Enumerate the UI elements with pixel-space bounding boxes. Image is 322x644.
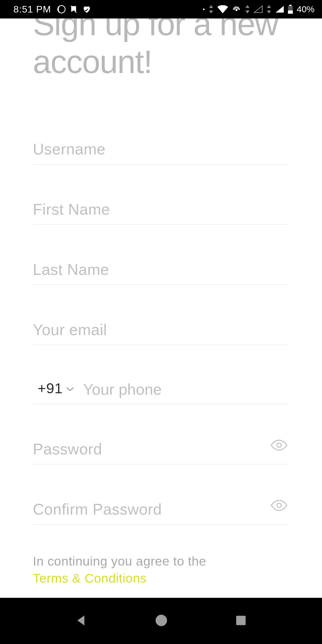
firstname-field-group <box>33 197 289 225</box>
status-bar: 8:51 PM • 40% <box>0 0 322 18</box>
phone-input[interactable] <box>83 378 289 398</box>
terms-text: In continuing you agree to the <box>33 554 289 569</box>
eye-icon[interactable] <box>270 500 288 511</box>
firstname-input[interactable] <box>33 197 289 225</box>
battery-icon <box>288 5 293 14</box>
svg-point-6 <box>277 503 281 507</box>
lastname-field-group <box>33 258 289 285</box>
eye-icon[interactable] <box>270 439 288 451</box>
updown2-icon <box>245 5 250 13</box>
svg-point-5 <box>277 443 281 447</box>
svg-rect-2 <box>289 5 292 6</box>
hotspot-icon <box>232 5 241 13</box>
country-code-selector[interactable]: +91 <box>38 380 63 397</box>
heart-icon <box>81 4 92 14</box>
nav-recent-button[interactable] <box>235 615 247 627</box>
terms-link[interactable]: Terms & Conditions <box>33 571 289 586</box>
lastname-input[interactable] <box>33 258 289 285</box>
password-field-group <box>33 437 289 465</box>
username-field-group <box>33 137 289 165</box>
email-input[interactable] <box>33 318 289 345</box>
nav-home-button[interactable] <box>155 614 168 628</box>
svg-point-1 <box>236 9 237 11</box>
updown-icon <box>208 5 214 13</box>
username-input[interactable] <box>33 137 289 165</box>
status-right: • 40% <box>203 4 315 14</box>
status-time: 8:51 PM <box>13 4 51 15</box>
svg-point-7 <box>156 614 167 626</box>
phone-field-group: +91 <box>33 378 289 404</box>
chevron-down-icon[interactable] <box>66 386 75 392</box>
status-icons-left <box>57 4 92 14</box>
dot-icon: • <box>203 6 205 13</box>
svg-rect-4 <box>288 10 293 14</box>
battery-percentage: 40% <box>297 4 315 14</box>
signal-icon <box>275 5 284 13</box>
content-area: Sign up for a new account! +91 In contin… <box>0 18 322 598</box>
email-field-group <box>33 318 289 345</box>
confirm-password-field-group <box>33 497 289 525</box>
page-title: Sign up for a new account! <box>33 18 289 80</box>
moon-icon <box>57 5 66 14</box>
signal-empty-icon <box>254 5 263 13</box>
wifi-icon <box>217 5 228 13</box>
updown3-icon <box>266 5 272 13</box>
navigation-bar <box>0 598 322 644</box>
confirm-password-input[interactable] <box>33 497 289 525</box>
svg-rect-8 <box>236 616 246 625</box>
status-left: 8:51 PM <box>13 4 92 15</box>
nav-back-button[interactable] <box>75 614 87 628</box>
password-input[interactable] <box>33 437 289 465</box>
dnd-icon <box>69 5 78 14</box>
